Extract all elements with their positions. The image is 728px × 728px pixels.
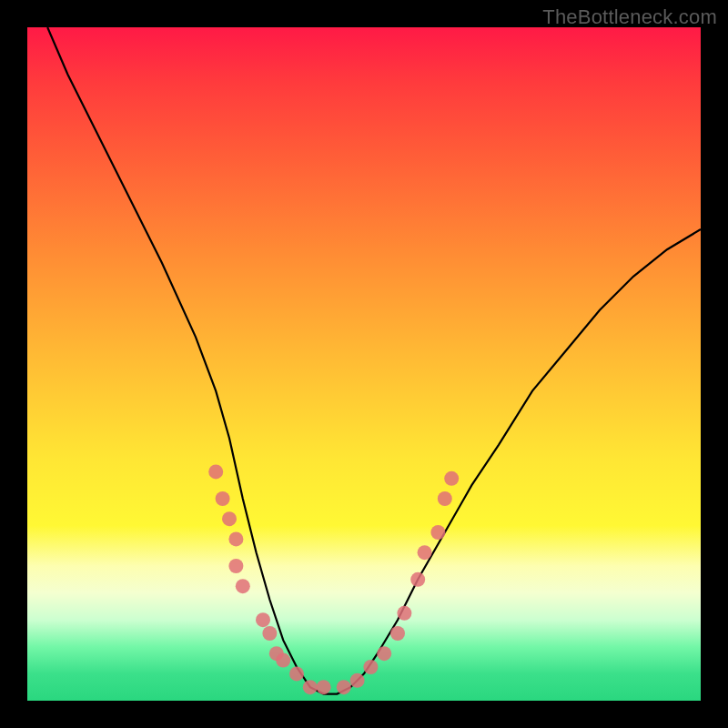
data-point [418,545,432,560]
bottleneck-curve [47,27,701,694]
data-point [350,673,365,688]
data-point [228,531,243,546]
data-point [276,653,290,668]
data-point [430,525,445,540]
data-point [410,572,425,587]
chart-svg [27,27,701,701]
data-point [397,606,411,621]
data-point [256,612,270,627]
data-point [208,464,223,479]
data-point [317,680,331,694]
watermark-text: TheBottleneck.com [542,5,717,29]
data-point [303,680,318,694]
data-point [228,559,243,573]
data-point [363,660,378,674]
plot-area [27,27,701,701]
data-point [222,511,237,526]
data-point [377,646,391,661]
data-point [337,680,351,694]
data-point [390,626,405,641]
data-point [262,626,277,641]
data-point [216,491,230,506]
data-point [438,491,452,506]
data-point [444,471,459,486]
chart-frame: TheBottleneck.com [0,0,728,728]
scatter-left [208,464,330,694]
data-point [236,579,250,593]
scatter-right [337,471,459,694]
data-point [289,666,304,681]
